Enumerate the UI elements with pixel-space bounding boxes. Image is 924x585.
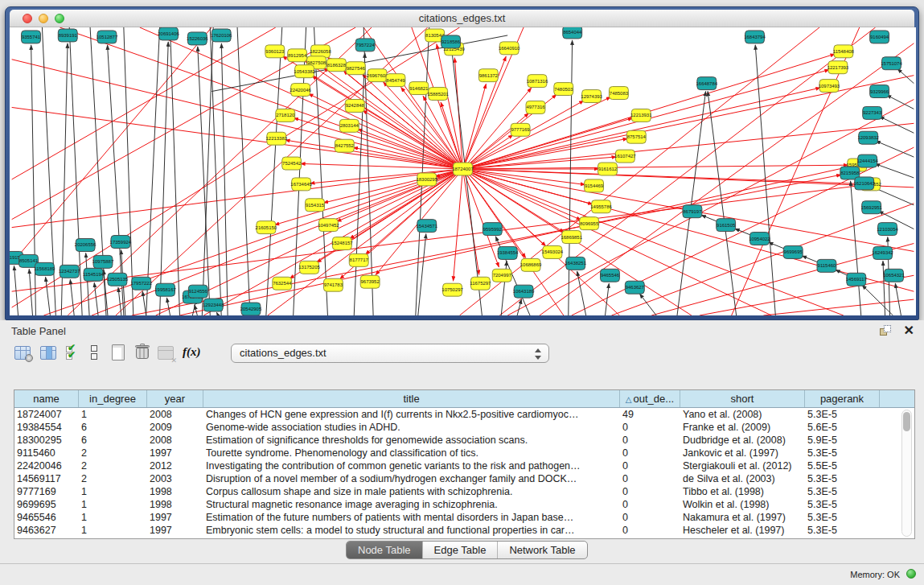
network-view-window[interactable]: citations_edges.txt 18724007936012389129… [5,6,919,320]
function-builder-button[interactable]: f(x) [183,345,201,359]
graph-node-label: 15885201 [427,92,449,97]
graph-edge[interactable] [569,40,573,315]
graph-node-label: 9777169 [511,127,531,132]
delete-column-button[interactable] [135,344,150,360]
delete-table-button-disabled [158,346,174,360]
graph-edge[interactable] [12,185,862,291]
graph-edge[interactable] [146,27,160,315]
graph-node-label: 12217393 [827,65,849,70]
cell-year: 2008 [147,408,203,421]
float-panel-icon[interactable] [880,325,892,337]
graph-node-label: 11548408 [833,49,855,54]
graph-edge[interactable] [46,277,51,315]
graph-node-label: 12974393 [581,94,602,99]
graph-edge[interactable] [639,294,656,315]
column-header-in_degree[interactable]: in_degree [79,390,147,407]
graph-node-label: 9360123 [265,49,285,54]
graph-node-label: 8939191 [59,33,78,38]
tab-edge-table[interactable]: Edge Table [423,542,499,558]
graph-edge[interactable] [12,27,276,179]
graph-edge[interactable] [708,91,737,315]
graph-edge[interactable] [463,84,487,169]
table-row[interactable]: 1938455462009Genome-wide association stu… [14,421,914,434]
table-settings-button[interactable] [14,346,31,360]
table-row[interactable]: 911546021997Tourette syndrome. Phenomeno… [14,447,914,459]
graph-node-label: 14569117 [846,277,868,282]
graph-edge[interactable] [166,298,170,315]
graph-edge[interactable] [216,312,218,315]
graph-node-label: 7480503 [554,87,573,92]
column-header-name[interactable]: name [14,390,79,407]
column-header-pagerank[interactable]: pagerank [805,390,880,407]
graph-edge[interactable] [880,117,914,134]
select-all-columns-button[interactable]: ✔ ✔ [66,344,80,360]
column-header-year[interactable]: year [147,390,203,407]
scrollbar-thumb[interactable] [903,412,910,431]
table-panel-header: Table Panel ✕ [0,320,924,341]
table-row[interactable]: 977716911998Corpus callosum shape and si… [14,485,914,498]
table-row[interactable]: 1872400712008Changes of HCN gene express… [14,408,914,421]
graph-edge[interactable] [876,141,914,157]
graph-edge[interactable] [160,42,169,315]
graph-edge[interactable] [12,107,463,169]
table-row[interactable]: 969969511998Structural magnetic resonanc… [14,498,914,511]
cell-name: 18724007 [14,408,79,421]
graph-edge[interactable] [12,27,212,263]
cell-in_degree: 2 [79,472,147,485]
graph-edge[interactable] [29,269,32,315]
column-header-short[interactable]: short [680,390,805,407]
graph-node-label: 26967608 [367,73,388,78]
table-row[interactable]: 1456911722003Disruption of a novel membe… [14,472,914,485]
close-panel-icon[interactable]: ✕ [904,323,914,338]
graph-edge[interactable] [358,129,463,169]
cell-short: Yano et al. (2008) [680,408,805,421]
graph-node-label: 9154315 [306,203,325,208]
graph-edge[interactable] [12,169,463,228]
graph-node-label: 7204997 [493,273,512,278]
graph-edge[interactable] [70,279,74,315]
graph-edge[interactable] [875,163,914,177]
graph-edge[interactable] [124,27,133,315]
table-row[interactable]: 2242004622012Investigating the contribut… [14,459,914,472]
graph-edge[interactable] [237,27,250,315]
table-vertical-scrollbar[interactable] [901,410,912,537]
table-row[interactable]: 946554611997Estimation of the future num… [14,511,914,524]
graph-edge[interactable] [463,165,848,169]
graph-edge[interactable] [763,299,914,315]
table-row[interactable]: 1830029562008Estimation of significance … [14,434,914,447]
graph-edge[interactable] [86,253,89,315]
graph-edge[interactable] [463,113,529,170]
graph-edge[interactable] [862,285,893,315]
graph-edge[interactable] [43,169,462,315]
graph-edge[interactable] [60,27,462,169]
graph-node-label: 10750297 [441,287,463,292]
table-grid-icon [14,346,31,360]
table-row[interactable]: 946362711997Embryonic stem cells: a mode… [14,524,914,537]
graph-edge[interactable] [577,271,586,315]
graph-edge[interactable] [611,204,914,315]
tab-node-table[interactable]: Node Table [347,542,423,558]
cell-in_degree: 6 [79,421,147,434]
create-column-button[interactable] [112,344,125,360]
network-canvas[interactable]: 1872400793601238912954182260589827508818… [10,27,916,315]
column-header-out_de[interactable]: △out_de... [620,390,680,407]
graph-node-label: 8215958 [840,171,860,175]
graph-node-label: 8186328 [327,63,347,68]
graph-edge[interactable] [363,110,463,169]
graph-edge[interactable] [454,169,463,281]
graph-edge[interactable] [221,43,228,315]
network-table-select[interactable]: citations_edges.txt [231,344,549,363]
cell-out_de: 0 [620,524,680,537]
unselect-all-columns-button[interactable] [90,344,98,360]
graph-edge[interactable] [31,45,36,315]
memory-ok-icon [906,569,916,579]
graph-edge[interactable] [294,118,462,169]
column-header-title[interactable]: title [203,390,620,407]
tab-network-table[interactable]: Network Table [498,542,586,558]
cell-in_degree: 6 [79,434,147,447]
graph-edge[interactable] [606,283,610,315]
graph-edge[interactable] [851,181,861,315]
show-columns-button[interactable] [40,346,56,360]
network-window-titlebar[interactable]: citations_edges.txt [10,10,914,27]
cell-pagerank: 5.5E-5 [805,459,880,472]
